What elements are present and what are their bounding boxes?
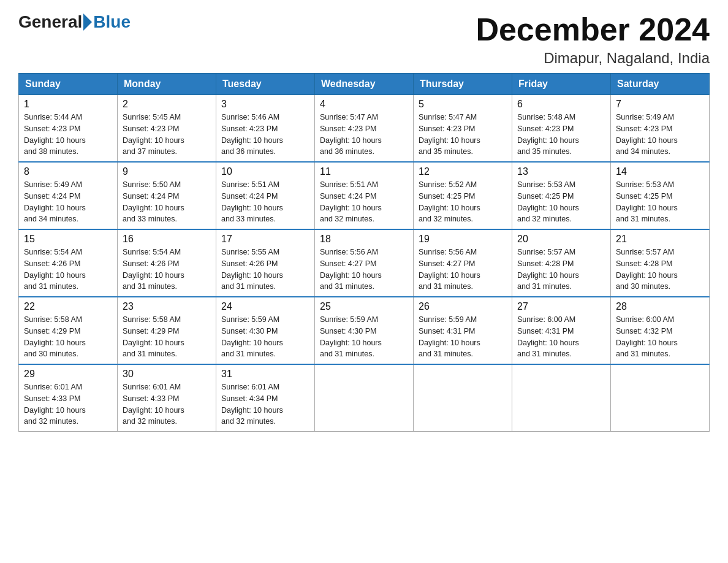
logo: General Blue <box>18 12 131 32</box>
day-number: 19 <box>419 234 507 245</box>
day-number: 5 <box>419 99 507 110</box>
day-number: 21 <box>616 234 704 245</box>
day-number: 30 <box>123 369 211 380</box>
day-info: Sunrise: 5:59 AM Sunset: 4:30 PM Dayligh… <box>320 314 408 360</box>
empty-cell <box>414 364 512 432</box>
day-cell-20: 20Sunrise: 5:57 AM Sunset: 4:28 PM Dayli… <box>512 229 611 297</box>
day-number: 8 <box>24 166 112 177</box>
day-number: 18 <box>320 234 408 245</box>
day-number: 6 <box>517 99 605 110</box>
day-cell-4: 4Sunrise: 5:47 AM Sunset: 4:23 PM Daylig… <box>315 95 414 163</box>
day-cell-16: 16Sunrise: 5:54 AM Sunset: 4:26 PM Dayli… <box>118 229 216 297</box>
page-header: General Blue December 2024 Dimapur, Naga… <box>18 12 710 67</box>
week-row-5: 29Sunrise: 6:01 AM Sunset: 4:33 PM Dayli… <box>19 364 710 432</box>
calendar-table: SundayMondayTuesdayWednesdayThursdayFrid… <box>18 73 710 432</box>
day-number: 20 <box>517 234 605 245</box>
day-info: Sunrise: 5:54 AM Sunset: 4:26 PM Dayligh… <box>123 247 211 293</box>
calendar-header: SundayMondayTuesdayWednesdayThursdayFrid… <box>19 74 710 95</box>
logo-area: General Blue <box>18 12 131 32</box>
day-cell-8: 8Sunrise: 5:49 AM Sunset: 4:24 PM Daylig… <box>19 162 118 229</box>
header-cell-friday: Friday <box>512 74 611 95</box>
day-number: 15 <box>24 234 112 245</box>
week-row-3: 15Sunrise: 5:54 AM Sunset: 4:26 PM Dayli… <box>19 229 710 297</box>
day-cell-6: 6Sunrise: 5:48 AM Sunset: 4:23 PM Daylig… <box>512 95 611 163</box>
day-info: Sunrise: 5:59 AM Sunset: 4:30 PM Dayligh… <box>221 314 309 360</box>
day-info: Sunrise: 5:49 AM Sunset: 4:24 PM Dayligh… <box>24 179 112 225</box>
empty-cell <box>315 364 414 432</box>
day-info: Sunrise: 5:47 AM Sunset: 4:23 PM Dayligh… <box>419 112 507 158</box>
day-cell-14: 14Sunrise: 5:53 AM Sunset: 4:25 PM Dayli… <box>611 162 710 229</box>
day-number: 29 <box>24 369 112 380</box>
day-number: 26 <box>419 301 507 312</box>
day-number: 10 <box>221 166 309 177</box>
logo-arrow-icon <box>83 13 92 31</box>
day-number: 9 <box>123 166 211 177</box>
day-number: 28 <box>616 301 704 312</box>
day-number: 2 <box>123 99 211 110</box>
day-info: Sunrise: 5:44 AM Sunset: 4:23 PM Dayligh… <box>24 112 112 158</box>
day-info: Sunrise: 5:53 AM Sunset: 4:25 PM Dayligh… <box>616 179 704 225</box>
day-cell-2: 2Sunrise: 5:45 AM Sunset: 4:23 PM Daylig… <box>118 95 216 163</box>
day-cell-5: 5Sunrise: 5:47 AM Sunset: 4:23 PM Daylig… <box>414 95 512 163</box>
day-number: 16 <box>123 234 211 245</box>
header-row: SundayMondayTuesdayWednesdayThursdayFrid… <box>19 74 710 95</box>
day-info: Sunrise: 5:48 AM Sunset: 4:23 PM Dayligh… <box>517 112 605 158</box>
day-info: Sunrise: 5:59 AM Sunset: 4:31 PM Dayligh… <box>419 314 507 360</box>
day-cell-7: 7Sunrise: 5:49 AM Sunset: 4:23 PM Daylig… <box>611 95 710 163</box>
day-cell-23: 23Sunrise: 5:58 AM Sunset: 4:29 PM Dayli… <box>118 297 216 364</box>
day-number: 12 <box>419 166 507 177</box>
header-cell-thursday: Thursday <box>414 74 512 95</box>
day-cell-19: 19Sunrise: 5:56 AM Sunset: 4:27 PM Dayli… <box>414 229 512 297</box>
empty-cell <box>512 364 611 432</box>
day-info: Sunrise: 5:53 AM Sunset: 4:25 PM Dayligh… <box>517 179 605 225</box>
day-info: Sunrise: 5:47 AM Sunset: 4:23 PM Dayligh… <box>320 112 408 158</box>
day-info: Sunrise: 5:46 AM Sunset: 4:23 PM Dayligh… <box>221 112 309 158</box>
day-info: Sunrise: 5:56 AM Sunset: 4:27 PM Dayligh… <box>320 247 408 293</box>
day-info: Sunrise: 5:56 AM Sunset: 4:27 PM Dayligh… <box>419 247 507 293</box>
day-number: 11 <box>320 166 408 177</box>
day-number: 4 <box>320 99 408 110</box>
day-cell-21: 21Sunrise: 5:57 AM Sunset: 4:28 PM Dayli… <box>611 229 710 297</box>
location-subtitle: Dimapur, Nagaland, India <box>476 50 710 67</box>
week-row-4: 22Sunrise: 5:58 AM Sunset: 4:29 PM Dayli… <box>19 297 710 364</box>
day-info: Sunrise: 6:00 AM Sunset: 4:31 PM Dayligh… <box>517 314 605 360</box>
day-info: Sunrise: 5:50 AM Sunset: 4:24 PM Dayligh… <box>123 179 211 225</box>
day-cell-28: 28Sunrise: 6:00 AM Sunset: 4:32 PM Dayli… <box>611 297 710 364</box>
day-cell-1: 1Sunrise: 5:44 AM Sunset: 4:23 PM Daylig… <box>19 95 118 163</box>
day-info: Sunrise: 5:58 AM Sunset: 4:29 PM Dayligh… <box>24 314 112 360</box>
day-info: Sunrise: 5:55 AM Sunset: 4:26 PM Dayligh… <box>221 247 309 293</box>
day-number: 25 <box>320 301 408 312</box>
day-info: Sunrise: 5:54 AM Sunset: 4:26 PM Dayligh… <box>24 247 112 293</box>
day-cell-22: 22Sunrise: 5:58 AM Sunset: 4:29 PM Dayli… <box>19 297 118 364</box>
day-cell-10: 10Sunrise: 5:51 AM Sunset: 4:24 PM Dayli… <box>216 162 315 229</box>
day-cell-25: 25Sunrise: 5:59 AM Sunset: 4:30 PM Dayli… <box>315 297 414 364</box>
day-number: 27 <box>517 301 605 312</box>
day-cell-17: 17Sunrise: 5:55 AM Sunset: 4:26 PM Dayli… <box>216 229 315 297</box>
header-cell-saturday: Saturday <box>611 74 710 95</box>
day-info: Sunrise: 5:57 AM Sunset: 4:28 PM Dayligh… <box>616 247 704 293</box>
empty-cell <box>611 364 710 432</box>
header-cell-wednesday: Wednesday <box>315 74 414 95</box>
day-cell-27: 27Sunrise: 6:00 AM Sunset: 4:31 PM Dayli… <box>512 297 611 364</box>
day-cell-3: 3Sunrise: 5:46 AM Sunset: 4:23 PM Daylig… <box>216 95 315 163</box>
day-info: Sunrise: 5:58 AM Sunset: 4:29 PM Dayligh… <box>123 314 211 360</box>
day-info: Sunrise: 6:01 AM Sunset: 4:34 PM Dayligh… <box>221 381 309 427</box>
day-number: 7 <box>616 99 704 110</box>
header-cell-tuesday: Tuesday <box>216 74 315 95</box>
day-cell-31: 31Sunrise: 6:01 AM Sunset: 4:34 PM Dayli… <box>216 364 315 432</box>
day-info: Sunrise: 5:51 AM Sunset: 4:24 PM Dayligh… <box>221 179 309 225</box>
calendar-body: 1Sunrise: 5:44 AM Sunset: 4:23 PM Daylig… <box>19 95 710 432</box>
day-number: 1 <box>24 99 112 110</box>
day-cell-24: 24Sunrise: 5:59 AM Sunset: 4:30 PM Dayli… <box>216 297 315 364</box>
day-info: Sunrise: 5:52 AM Sunset: 4:25 PM Dayligh… <box>419 179 507 225</box>
day-info: Sunrise: 6:01 AM Sunset: 4:33 PM Dayligh… <box>123 381 211 427</box>
day-info: Sunrise: 5:45 AM Sunset: 4:23 PM Dayligh… <box>123 112 211 158</box>
day-info: Sunrise: 6:01 AM Sunset: 4:33 PM Dayligh… <box>24 381 112 427</box>
title-area: December 2024 Dimapur, Nagaland, India <box>476 12 710 67</box>
day-info: Sunrise: 5:49 AM Sunset: 4:23 PM Dayligh… <box>616 112 704 158</box>
header-cell-sunday: Sunday <box>19 74 118 95</box>
day-cell-15: 15Sunrise: 5:54 AM Sunset: 4:26 PM Dayli… <box>19 229 118 297</box>
day-cell-30: 30Sunrise: 6:01 AM Sunset: 4:33 PM Dayli… <box>118 364 216 432</box>
day-cell-18: 18Sunrise: 5:56 AM Sunset: 4:27 PM Dayli… <box>315 229 414 297</box>
day-number: 13 <box>517 166 605 177</box>
